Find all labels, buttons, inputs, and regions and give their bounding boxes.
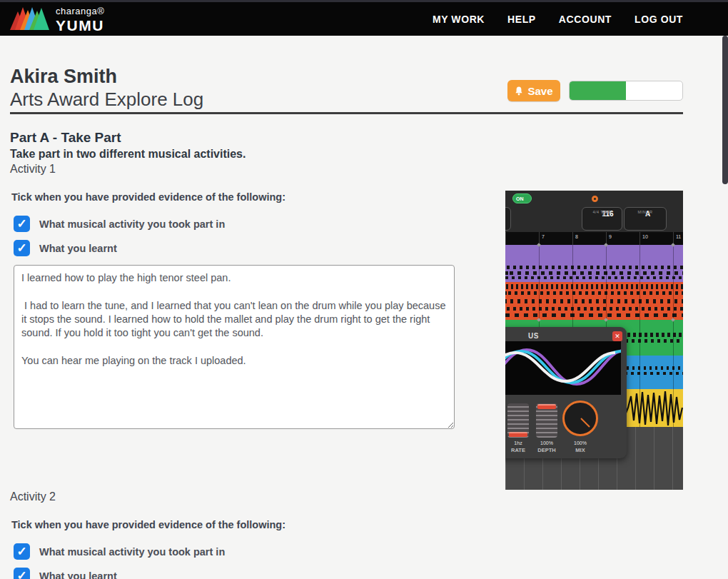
midi-notes — [505, 276, 683, 279]
scrollbar-thumb[interactable] — [722, 36, 728, 184]
checkbox-activity2-what-learnt[interactable] — [14, 568, 30, 579]
rate-label: RATE — [505, 447, 534, 453]
nav-menu: MY WORK HELP ACCOUNT LOG OUT — [433, 14, 683, 25]
close-icon: ✕ — [612, 331, 622, 341]
chorus-panel-title: US — [528, 332, 539, 340]
time-signature: 4/4 TIME — [582, 210, 622, 214]
part-a-heading: Part A - Take Part — [10, 130, 121, 146]
nav-item-help[interactable]: HELP — [507, 14, 536, 25]
checkbox-label: What musical activity you took part in — [39, 218, 225, 230]
depth-slider — [536, 403, 557, 438]
tick-prompt-activity-1: Tick when you have provided evidence of … — [11, 191, 285, 203]
checkbox-row: What you learnt — [14, 240, 117, 256]
bar-number: 9 — [609, 234, 612, 239]
brand-logo[interactable]: charanga® YUMU — [10, 5, 104, 33]
page: charanga® YUMU MY WORK HELP ACCOUNT LOG … — [0, 0, 728, 579]
student-name: Akira Smith — [10, 66, 117, 88]
key-scale: MINOR — [625, 210, 666, 214]
midi-notes — [505, 307, 683, 311]
bar-number: 10 — [642, 234, 648, 239]
bar-number: 7 — [542, 234, 545, 239]
bar-ruler: 6 7 8 9 10 11 — [505, 232, 683, 245]
header-divider — [10, 112, 683, 114]
charanga-mountains-icon — [10, 7, 50, 31]
save-label: Save — [527, 85, 552, 97]
nav-item-log-out[interactable]: LOG OUT — [635, 14, 683, 25]
midi-notes — [505, 313, 683, 317]
activity1-evidence-textarea[interactable]: I learned how to play the high tenor ste… — [14, 265, 455, 429]
checkbox-label: What you learnt — [39, 243, 117, 254]
activity-2-label: Activity 2 — [10, 490, 56, 503]
midi-notes — [505, 291, 683, 295]
brand-charanga: charanga® — [56, 6, 104, 16]
midi-notes — [505, 271, 683, 275]
rate-value: 1hz — [505, 440, 532, 445]
progress-bar — [569, 81, 683, 101]
nav-item-account[interactable]: ACCOUNT — [559, 14, 612, 25]
checkbox-row: What musical activity you took part in — [14, 543, 225, 560]
nav-item-my-work[interactable]: MY WORK — [433, 14, 485, 25]
partial-control-box — [505, 207, 511, 231]
activity-1-label: Activity 1 — [10, 163, 56, 176]
midi-notes — [505, 299, 683, 303]
tick-prompt-activity-2: Tick when you have provided evidence of … — [11, 519, 285, 530]
progress-fill — [570, 81, 626, 100]
checkbox-activity1-what-activity[interactable] — [14, 216, 30, 232]
mix-knob — [562, 401, 598, 436]
on-toggle-label: ON — [516, 196, 524, 201]
mix-value: 100% — [566, 440, 595, 445]
midi-notes — [505, 266, 683, 269]
bar-number: 8 — [575, 234, 578, 239]
bar-number: 11 — [676, 234, 681, 239]
on-toggle: ON — [512, 193, 532, 203]
page-title: Arts Award Explore Log — [10, 89, 203, 111]
rate-slider — [507, 403, 529, 438]
toggle-knob — [592, 196, 598, 202]
checkbox-activity2-what-activity[interactable] — [14, 543, 30, 560]
activity1-evidence-image: ON 116 BPM 4/4 TIME A MINOR 6 7 8 9 10 1… — [505, 191, 683, 490]
part-a-subheading: Take part in two different musical activ… — [10, 148, 246, 161]
checkbox-label: What musical activity you took part in — [39, 546, 225, 558]
mix-label: MIX — [565, 447, 596, 453]
brand-yumu: YUMU — [56, 18, 104, 33]
top-nav: charanga® YUMU MY WORK HELP ACCOUNT LOG … — [0, 2, 728, 36]
checkbox-row: What musical activity you took part in — [14, 216, 225, 232]
depth-label: DEPTH — [531, 447, 562, 453]
chorus-effect-panel: US ✕ 1hz RATE 100% DEPTH 100% — [505, 327, 627, 458]
checkbox-label: What you learnt — [39, 570, 117, 579]
brand-wordmark: charanga® YUMU — [56, 5, 104, 33]
checkbox-row: What you learnt — [14, 568, 117, 579]
depth-value: 100% — [532, 440, 561, 445]
bell-icon — [515, 86, 523, 96]
bpm-box: 116 BPM 4/4 TIME — [582, 207, 622, 231]
checkbox-activity1-what-learnt[interactable] — [14, 240, 30, 256]
save-button[interactable]: Save — [507, 80, 560, 101]
midi-notes — [505, 284, 683, 289]
chorus-wave-display — [505, 341, 621, 395]
key-box: A MINOR — [624, 207, 667, 231]
